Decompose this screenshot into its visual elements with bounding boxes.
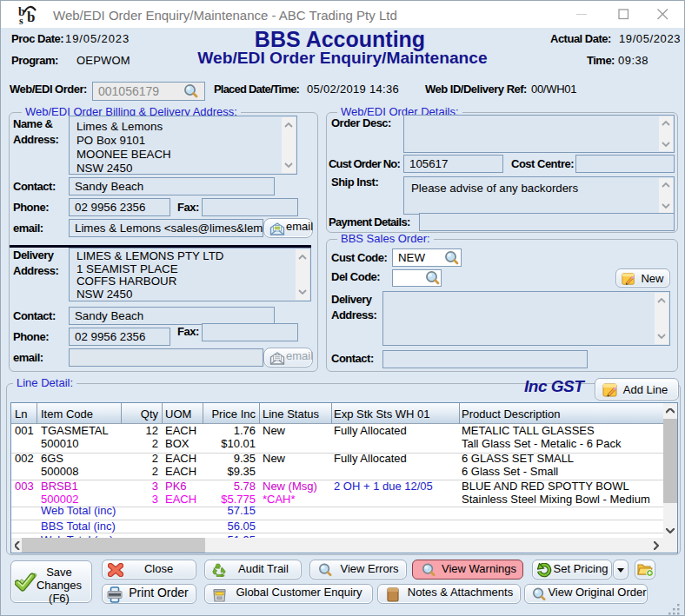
svg-text:s: s: [19, 15, 23, 25]
svg-text:b: b: [27, 9, 35, 25]
